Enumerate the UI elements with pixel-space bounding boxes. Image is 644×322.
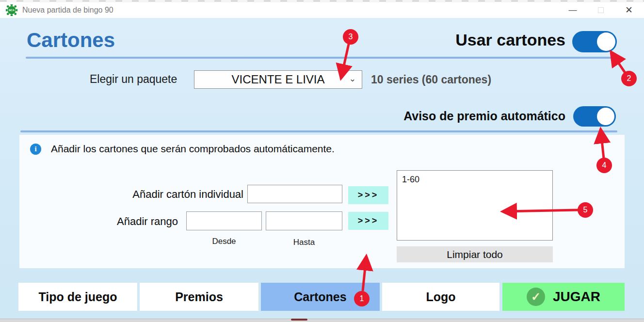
add-individual-label: Añadir cartón individual [19, 188, 243, 201]
selected-cards-list[interactable]: 1-60 [397, 170, 553, 241]
check-icon: ✓ [527, 288, 545, 306]
toggle-knob [597, 108, 614, 125]
maximize-icon [598, 7, 604, 13]
clear-all-button[interactable]: Limpiar todo [397, 246, 553, 262]
screen-edge-bottom [0, 319, 644, 322]
series-info-text: 10 series (60 cartones) [371, 73, 491, 86]
title-bar: NCA Nueva partida de bingo 90 — ✕ [0, 2, 644, 18]
chevron-down-icon: ⌄ [349, 74, 356, 84]
range-from-input[interactable] [186, 211, 262, 230]
tab-logo[interactable]: Logo [382, 283, 499, 311]
close-button[interactable]: ✕ [618, 2, 640, 18]
add-range-button[interactable]: >>> [348, 212, 388, 230]
tab-tipo-de-juego[interactable]: Tipo de juego [18, 283, 137, 311]
section-divider [26, 57, 617, 59]
window-content: Cartones Usar cartones Elegir un paquete… [0, 18, 644, 319]
cards-panel: i Añadir los cartones que serán comproba… [19, 135, 625, 268]
minimize-button[interactable]: — [562, 2, 584, 18]
use-cards-toggle[interactable] [572, 31, 617, 52]
panel-info-text: Añadir los cartones que serán comprobado… [51, 143, 335, 155]
to-label: Hasta [266, 238, 342, 247]
auto-prize-toggle[interactable] [573, 106, 616, 127]
info-icon: i [30, 144, 41, 155]
play-button[interactable]: ✓ JUGAR [502, 283, 625, 311]
range-to-input[interactable] [266, 211, 342, 230]
maximize-button[interactable] [590, 2, 612, 18]
tab-premios[interactable]: Premios [140, 283, 258, 311]
add-individual-button[interactable]: >>> [348, 186, 388, 204]
svg-text:NCA: NCA [9, 9, 15, 12]
individual-card-input[interactable] [247, 185, 342, 203]
package-select-value: VICENTE E LIVIA [231, 73, 324, 86]
add-range-label: Añadir rango [19, 215, 178, 228]
choose-package-label: Elegir un paquete [90, 73, 177, 86]
package-select[interactable]: VICENTE E LIVIA ⌄ [194, 70, 362, 89]
window-title: Nueva partida de bingo 90 [22, 6, 113, 15]
from-label: Desde [186, 237, 262, 246]
toggle-knob [597, 32, 615, 51]
app-gear-icon: NCA [6, 4, 17, 16]
tab-cartones[interactable]: Cartones [261, 283, 380, 311]
use-cards-label: Usar cartones [455, 31, 565, 49]
play-button-label: JUGAR [553, 289, 600, 305]
auto-prize-label: Aviso de premio automático [403, 109, 565, 123]
page-title: Cartones [27, 29, 115, 52]
section-divider [20, 130, 617, 132]
screen-edge-bottom-mark [291, 319, 307, 321]
